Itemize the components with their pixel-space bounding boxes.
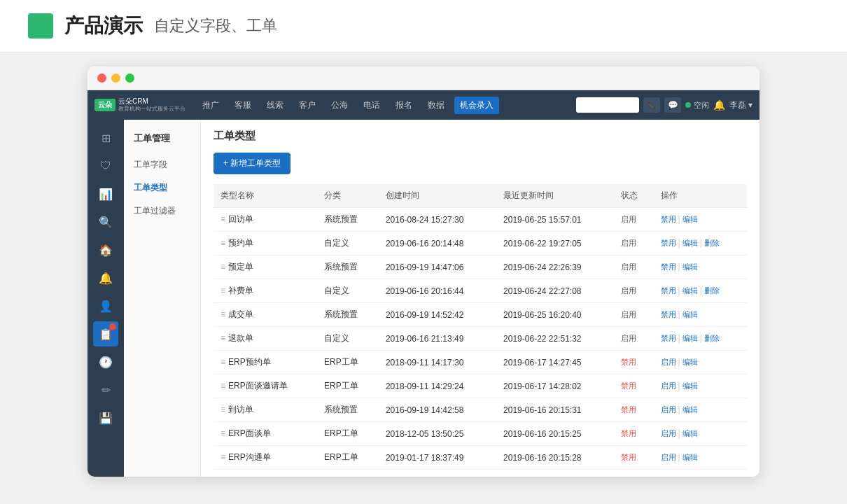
action-禁用-link[interactable]: 禁用 xyxy=(661,286,676,295)
action-编辑-link[interactable]: 编辑 xyxy=(682,358,698,366)
action-编辑-link[interactable]: 编辑 xyxy=(682,215,698,223)
table-row: ≡到访单系统预置2016-09-19 14:42:582019-06-16 20… xyxy=(214,398,747,422)
nav-status: 空闲 xyxy=(685,100,709,111)
row-handle-icon: ≡ xyxy=(220,452,225,462)
col-header-category: 分类 xyxy=(317,184,379,208)
status-badge: 启用 xyxy=(621,239,636,247)
cell-status: 启用 xyxy=(614,327,653,351)
sidebar-icon-edit[interactable]: ✏ xyxy=(93,377,118,402)
row-handle-icon: ≡ xyxy=(220,309,225,319)
action-禁用-link[interactable]: 禁用 xyxy=(661,262,676,271)
sidebar-icon-save[interactable]: 💾 xyxy=(93,405,118,430)
nav-item-xinsuo[interactable]: 线索 xyxy=(261,97,289,114)
cell-name: ≡ERP面谈单 xyxy=(214,422,317,446)
action-separator: | xyxy=(678,286,680,295)
nav-item-dianhua[interactable]: 电话 xyxy=(358,97,386,114)
cell-status: 禁用 xyxy=(614,398,653,422)
nav-item-jilu[interactable]: 机会录入 xyxy=(454,97,499,114)
row-handle-icon: ≡ xyxy=(220,381,225,391)
nav-chat-icon[interactable]: 💬 xyxy=(664,97,681,113)
sidebar-icon-grid[interactable]: ⊞ xyxy=(93,125,118,150)
sidebar-icon-shield[interactable]: 🛡 xyxy=(93,153,118,178)
action-删除-link[interactable]: 删除 xyxy=(704,286,720,295)
cell-status: 禁用 xyxy=(614,351,653,374)
action-启用-link[interactable]: 启用 xyxy=(661,405,676,414)
action-编辑-link[interactable]: 编辑 xyxy=(682,239,698,247)
action-编辑-link[interactable]: 编辑 xyxy=(682,334,698,342)
action-编辑-link[interactable]: 编辑 xyxy=(682,453,698,461)
cell-name: ≡补费单 xyxy=(214,279,317,303)
sidebar-icon-bell[interactable]: 🔔 xyxy=(93,265,118,290)
sidebar-icon-home[interactable]: 🏠 xyxy=(93,237,118,262)
cell-updated: 2019-06-24 22:26:39 xyxy=(496,255,614,279)
sub-sidebar-item-filter[interactable]: 工单过滤器 xyxy=(124,200,200,223)
nav-item-kefu[interactable]: 客服 xyxy=(229,97,257,114)
col-header-status: 状态 xyxy=(614,184,653,208)
sidebar-icon-search[interactable]: 🔍 xyxy=(93,209,118,234)
sidebar-icon-ticket[interactable]: 📋 xyxy=(93,321,118,346)
panel-title: 工单类型 xyxy=(214,130,747,143)
nav-bell-icon[interactable]: 🔔 xyxy=(713,99,725,111)
action-编辑-link[interactable]: 编辑 xyxy=(682,310,698,318)
row-handle-icon: ≡ xyxy=(220,405,225,414)
cell-actions: 启用|编辑 xyxy=(654,422,747,446)
row-handle-icon: ≡ xyxy=(220,214,225,224)
action-编辑-link[interactable]: 编辑 xyxy=(682,405,698,414)
sidebar-icon-user[interactable]: 👤 xyxy=(93,293,118,318)
cell-created: 2016-09-19 14:52:42 xyxy=(379,303,496,327)
action-启用-link[interactable]: 启用 xyxy=(661,453,676,461)
action-删除-link[interactable]: 删除 xyxy=(704,239,720,247)
action-启用-link[interactable]: 启用 xyxy=(661,429,676,438)
cell-actions: 禁用|编辑|删除 xyxy=(654,327,747,351)
action-禁用-link[interactable]: 禁用 xyxy=(661,334,676,342)
nav-item-baoming[interactable]: 报名 xyxy=(390,97,418,114)
action-删除-link[interactable]: 删除 xyxy=(704,334,720,342)
nav-item-gonghai[interactable]: 公海 xyxy=(326,97,354,114)
action-启用-link[interactable]: 启用 xyxy=(661,382,676,390)
nav-item-shuju[interactable]: 数据 xyxy=(422,97,450,114)
nav-search-input[interactable] xyxy=(576,97,639,113)
nav-item-tuiguang[interactable]: 推广 xyxy=(197,97,225,114)
cell-actions: 禁用|编辑 xyxy=(654,208,747,232)
sidebar-icon-chart[interactable]: 📊 xyxy=(93,181,118,206)
browser-dot-fullscreen[interactable] xyxy=(125,74,134,83)
page-title: 产品演示 xyxy=(64,13,143,39)
browser-window: 云朵 云朵CRM 教育机构一站式服务云平台 推广 客服 线索 客户 公海 电话 … xyxy=(88,66,760,477)
nav-username: 李磊 xyxy=(729,99,746,111)
ticket-types-table: 类型名称 分类 创建时间 最近更新时间 状态 操作 ≡回访单系统预置2016-0… xyxy=(214,184,747,470)
action-separator: | xyxy=(678,428,680,438)
sub-sidebar-item-types[interactable]: 工单类型 xyxy=(124,176,200,200)
col-header-name: 类型名称 xyxy=(214,184,317,208)
action-编辑-link[interactable]: 编辑 xyxy=(682,382,698,390)
cell-actions: 禁用|编辑 xyxy=(654,303,747,327)
action-启用-link[interactable]: 启用 xyxy=(661,358,676,366)
action-编辑-link[interactable]: 编辑 xyxy=(682,286,698,295)
cell-updated: 2019-06-25 15:57:01 xyxy=(496,208,614,232)
browser-dot-close[interactable] xyxy=(97,74,106,83)
cell-created: 2018-12-05 13:50:25 xyxy=(379,422,496,446)
cell-name: ≡成交单 xyxy=(214,303,317,327)
sub-sidebar-item-fields[interactable]: 工单字段 xyxy=(124,153,200,176)
action-禁用-link[interactable]: 禁用 xyxy=(661,215,676,223)
main-content: 云朵 云朵CRM 教育机构一站式服务云平台 推广 客服 线索 客户 公海 电话 … xyxy=(0,52,847,491)
action-编辑-link[interactable]: 编辑 xyxy=(682,429,698,438)
table-row: ≡补费单自定义2019-06-16 20:16:442019-06-24 22:… xyxy=(214,279,747,303)
nav-user[interactable]: 李磊 ▾ xyxy=(729,99,752,111)
add-ticket-type-button[interactable]: + 新增工单类型 xyxy=(214,153,290,174)
cell-updated: 2019-06-22 22:51:32 xyxy=(496,327,614,351)
table-header-row: 类型名称 分类 创建时间 最近更新时间 状态 操作 xyxy=(214,184,747,208)
sidebar-icon-clock[interactable]: 🕐 xyxy=(93,349,118,374)
browser-dot-minimize[interactable] xyxy=(111,74,120,83)
cell-updated: 2019-06-16 20:15:28 xyxy=(496,446,614,470)
browser-chrome xyxy=(88,66,760,90)
action-禁用-link[interactable]: 禁用 xyxy=(661,239,676,247)
nav-item-kehu[interactable]: 客户 xyxy=(293,97,321,114)
cell-category: ERP工单 xyxy=(317,351,379,374)
nav-user-chevron: ▾ xyxy=(748,100,752,110)
cell-category: 自定义 xyxy=(317,232,379,255)
action-禁用-link[interactable]: 禁用 xyxy=(661,310,676,318)
action-编辑-link[interactable]: 编辑 xyxy=(682,262,698,271)
sidebar-red-badge xyxy=(109,323,116,330)
cell-actions: 禁用|编辑|删除 xyxy=(654,232,747,255)
nav-phone-icon[interactable]: 📞 xyxy=(643,97,660,113)
